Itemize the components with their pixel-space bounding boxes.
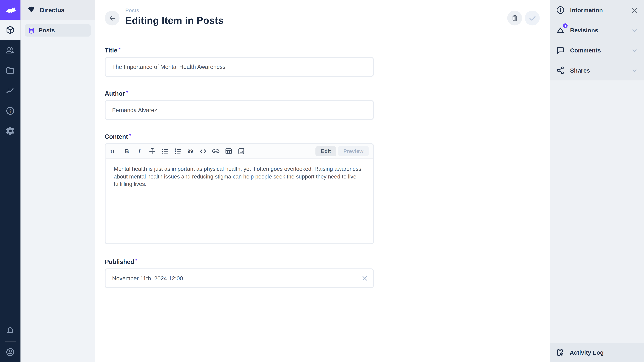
back-button[interactable]	[105, 11, 120, 25]
module-help[interactable]: ?	[0, 100, 20, 121]
author-label: Author*	[105, 89, 374, 97]
close-icon	[630, 6, 639, 14]
module-user-directory[interactable]	[0, 40, 20, 60]
arrow-left-icon	[108, 14, 116, 22]
chevron-down-icon	[630, 46, 639, 54]
activity-log-icon	[556, 348, 564, 357]
close-icon	[360, 274, 369, 282]
editor-tabs: Edit Preview	[316, 146, 369, 156]
bulleted-list-icon[interactable]	[161, 147, 169, 156]
published-input[interactable]	[105, 269, 374, 288]
title-input[interactable]	[105, 57, 374, 77]
numbered-list-icon[interactable]: 123	[173, 147, 182, 156]
content-label: Content*	[105, 133, 374, 140]
module-settings[interactable]	[0, 121, 20, 141]
sidebar-close-button[interactable]	[630, 6, 639, 14]
chevron-down-icon	[630, 26, 639, 34]
required-marker: *	[135, 258, 137, 264]
bold-icon[interactable]: B	[122, 147, 131, 156]
field-title: Title*	[105, 46, 374, 54]
svg-text:B: B	[125, 148, 129, 154]
account-button[interactable]	[0, 342, 20, 362]
chevron-down-icon	[630, 66, 639, 75]
required-marker: *	[129, 133, 131, 138]
svg-text:99: 99	[188, 148, 193, 154]
sidebar-item-label: Comments	[570, 47, 601, 53]
module-bar: ?	[0, 0, 20, 362]
directus-logo[interactable]	[0, 0, 20, 20]
published-label: Published*	[105, 258, 374, 265]
project-fan-icon	[27, 5, 36, 14]
editor-toolbar: tT B I 123 99 Edit Preview	[106, 144, 373, 159]
published-input-wrap	[105, 269, 374, 288]
strikethrough-icon[interactable]	[148, 147, 156, 156]
sidebar-item-information[interactable]: Information	[550, 0, 644, 20]
shares-expand-button[interactable]	[630, 66, 639, 75]
trash-icon	[510, 14, 519, 22]
right-sidebar: Information 1 Revisions	[550, 0, 644, 362]
page-title: Editing Item in Posts	[125, 15, 224, 26]
link-icon[interactable]	[212, 147, 220, 156]
required-marker: *	[126, 89, 128, 95]
account-circle-icon	[5, 347, 15, 357]
svg-text:I: I	[138, 148, 140, 154]
activity-log-label: Activity Log	[570, 349, 604, 356]
rabbit-logo-icon	[4, 4, 16, 16]
insights-icon	[5, 86, 15, 95]
comment-icon	[556, 45, 565, 55]
field-author: Author*	[105, 89, 374, 97]
tab-edit[interactable]: Edit	[316, 146, 336, 156]
heading-icon[interactable]: tT	[110, 147, 118, 156]
italic-icon[interactable]: I	[135, 147, 144, 156]
nav-item-posts[interactable]: Posts	[25, 24, 91, 36]
title-label: Title*	[105, 46, 374, 54]
check-icon	[528, 14, 536, 22]
save-button[interactable]	[525, 11, 540, 25]
required-marker: *	[118, 46, 120, 52]
table-icon[interactable]	[224, 147, 233, 156]
module-insights[interactable]	[0, 80, 20, 100]
field-content: Content*	[105, 133, 374, 140]
markdown-editor: tT B I 123 99 Edit Preview Mental health…	[105, 143, 374, 244]
nav-item-label: Posts	[38, 27, 55, 34]
notifications-button[interactable]	[0, 321, 20, 341]
sidebar-item-comments[interactable]: Comments	[550, 40, 644, 60]
revisions-icon: 1	[556, 25, 565, 35]
database-icon	[28, 27, 35, 34]
breadcrumb[interactable]: Posts	[125, 8, 224, 13]
sidebar-sections: Information 1 Revisions	[550, 0, 644, 80]
delete-button[interactable]	[507, 11, 522, 25]
module-file-library[interactable]	[0, 60, 20, 80]
revisions-badge: 1	[562, 23, 568, 29]
box-icon	[5, 25, 15, 35]
sidebar-item-label: Shares	[570, 67, 590, 73]
info-icon	[556, 5, 565, 15]
help-icon: ?	[5, 106, 15, 116]
page-header: Posts Editing Item in Posts	[125, 8, 224, 26]
clear-date-button[interactable]	[360, 274, 369, 282]
content-textarea[interactable]: Mental health is just as important as ph…	[106, 159, 373, 244]
comments-expand-button[interactable]	[630, 46, 639, 54]
navigation-sidebar: Directus Posts	[20, 0, 95, 362]
project-name: Directus	[40, 6, 64, 13]
sidebar-item-label: Information	[570, 7, 603, 13]
author-input[interactable]	[105, 100, 374, 120]
sidebar-item-shares[interactable]: Shares	[550, 60, 644, 80]
project-header[interactable]: Directus	[20, 0, 95, 20]
blockquote-icon[interactable]: 99	[186, 147, 194, 156]
people-icon	[5, 45, 15, 55]
field-published: Published*	[105, 258, 374, 265]
image-icon[interactable]	[237, 147, 246, 156]
module-content[interactable]	[0, 20, 20, 40]
svg-text:3: 3	[175, 152, 176, 155]
folder-icon	[5, 65, 15, 75]
share-icon	[556, 66, 565, 75]
module-bar-spacer	[0, 141, 20, 321]
sidebar-item-revisions[interactable]: 1 Revisions	[550, 20, 644, 40]
tab-preview[interactable]: Preview	[338, 146, 369, 156]
sidebar-item-label: Revisions	[570, 27, 598, 33]
activity-log-button[interactable]: Activity Log	[550, 343, 644, 362]
svg-text:tT: tT	[110, 149, 115, 154]
revisions-expand-button[interactable]	[630, 26, 639, 34]
code-icon[interactable]	[199, 147, 207, 156]
